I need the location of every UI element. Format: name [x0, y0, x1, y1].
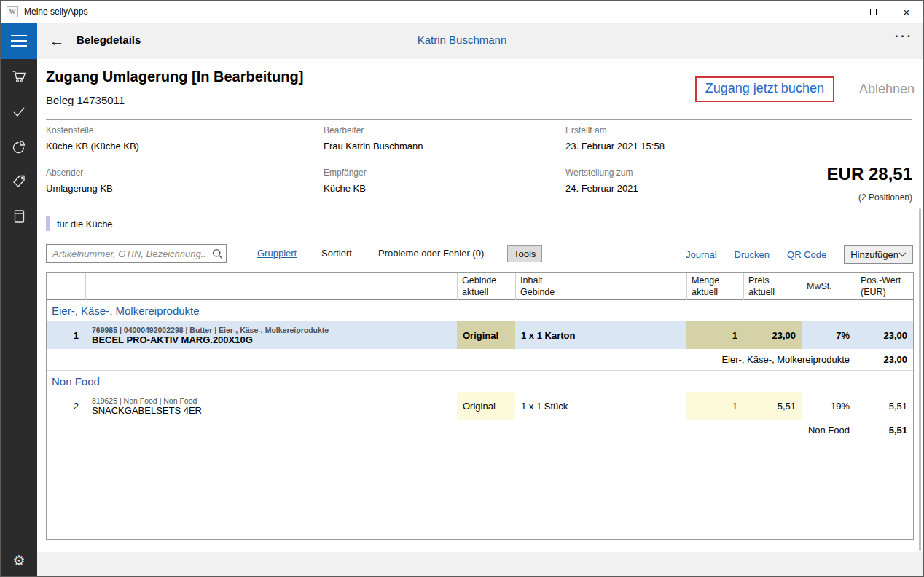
print-link[interactable]: Drucken — [735, 249, 770, 260]
toolbar-right-actions: Journal Drucken QR Code Hinzufügen — [686, 244, 913, 264]
preis-cell[interactable]: 5,51 — [743, 392, 802, 420]
positions-toolbar: Gruppiert Sortiert Probleme oder Fehler … — [46, 244, 913, 264]
close-icon: × — [904, 7, 910, 17]
absender-label: Absender — [46, 168, 83, 178]
subtotal-value: 23,00 — [856, 349, 913, 370]
document-note: für die Küche — [46, 216, 113, 231]
tag-icon — [11, 173, 27, 189]
divider — [46, 160, 912, 160]
document-position-count: (2 Positionen) — [858, 192, 912, 203]
add-button-label: Hinzufügen — [850, 249, 898, 260]
app-window: W Meine sellyApps × ← Belegdetails Katri… — [0, 0, 924, 577]
sidebar-item-pricing[interactable] — [1, 164, 37, 199]
window-title: Meine sellyApps — [24, 7, 87, 17]
article-name: BECEL PRO-AKTIV MARG.200X10G — [92, 334, 253, 345]
table-header-row: Gebinde aktuell Inhalt Gebinde Menge akt… — [47, 273, 913, 300]
bearbeiter-value: Frau Katrin Buschmann — [324, 141, 423, 152]
grouped-toggle[interactable]: Gruppiert — [257, 248, 297, 259]
poswert-cell: 23,00 — [856, 321, 913, 349]
search-box — [46, 244, 227, 263]
menge-cell[interactable]: 1 — [686, 321, 743, 349]
group-subtotal-row: Non Food 5,51 — [47, 420, 913, 441]
gebinde-cell[interactable]: Original — [457, 392, 515, 420]
kostenstelle-value: Küche KB (Küche KB) — [46, 141, 139, 152]
document-actions: Zugang jetzt buchen Ablehnen — [695, 76, 915, 102]
check-icon — [11, 103, 27, 119]
settings-button[interactable]: ⚙ — [1, 546, 37, 575]
header-rownum — [47, 273, 85, 300]
cart-icon — [11, 68, 27, 85]
main-content: Zugang Umlagerung [In Bearbeitung] Beleg… — [37, 59, 923, 576]
menge-cell[interactable]: 1 — [686, 392, 743, 420]
poswert-cell: 5,51 — [856, 392, 913, 420]
search-icon[interactable] — [208, 248, 226, 259]
mwst-cell: 19% — [802, 392, 856, 420]
header-preis[interactable]: Preis aktuell — [743, 273, 802, 300]
bottom-command-strip — [37, 552, 923, 576]
sidebar-item-reports[interactable] — [1, 129, 37, 164]
group-subtotal-row: Eier-, Käse-, Molkereiprodukte 23,00 — [47, 349, 913, 371]
wertstellung-label: Wertstellung zum — [565, 168, 633, 178]
erstellt-am-label: Erstellt am — [565, 125, 607, 136]
divider — [46, 119, 912, 120]
maximize-icon — [870, 9, 877, 15]
tools-button[interactable]: Tools — [507, 245, 542, 262]
preis-cell[interactable]: 23,00 — [743, 321, 802, 349]
sorted-toggle[interactable]: Sortiert — [321, 248, 352, 259]
sidebar-nav: ⚙ — [1, 59, 37, 576]
add-dropdown-button[interactable]: Hinzufügen — [844, 245, 913, 264]
document-total: EUR 28,51 — [827, 164, 912, 184]
document-title: Zugang Umlagerung [In Bearbeitung] — [46, 68, 303, 85]
sidebar-item-catalog[interactable] — [1, 199, 37, 234]
sidebar-item-cart[interactable] — [1, 59, 37, 94]
current-user-link[interactable]: Katrin Buschmann — [418, 34, 507, 46]
qr-code-link[interactable]: QR Code — [787, 249, 826, 260]
header-mwst[interactable]: MwSt. — [802, 273, 856, 300]
table-row[interactable]: 1 769985 | 04000492002298 | Butter | Eie… — [47, 321, 913, 349]
gebinde-cell[interactable]: Original — [457, 321, 515, 349]
header-poswert[interactable]: Pos.-Wert (EUR) — [856, 273, 913, 300]
absender-value: Umlagerung KB — [46, 183, 113, 194]
table-row[interactable]: 2 819625 | Non Food | Non Food SNACKGABE… — [47, 392, 913, 420]
gear-icon: ⚙ — [12, 552, 25, 569]
journal-link[interactable]: Journal — [686, 249, 717, 260]
maximize-button[interactable] — [856, 1, 890, 23]
subtotal-value: 5,51 — [856, 420, 913, 441]
reject-button[interactable]: Ablehnen — [859, 82, 915, 97]
vertical-scrollbar[interactable] — [919, 208, 921, 551]
subtotal-label: Non Food — [47, 420, 856, 441]
minimize-button[interactable] — [823, 1, 856, 23]
inhalt-cell: 1 x 1 Stück — [515, 392, 686, 420]
problems-toggle[interactable]: Probleme oder Fehler (0) — [378, 248, 484, 259]
appbar: ← Belegdetails Katrin Buschmann ··· — [1, 23, 923, 59]
document-number: Beleg 14735011 — [46, 94, 125, 106]
inhalt-cell: 1 x 1 Karton — [515, 321, 686, 349]
book-icon — [11, 208, 27, 224]
search-input[interactable] — [47, 248, 208, 259]
subtotal-label: Eier-, Käse-, Molkereiprodukte — [47, 349, 856, 370]
row-number: 2 — [47, 392, 85, 420]
wertstellung-value: 24. Februar 2021 — [565, 183, 638, 194]
book-now-button[interactable]: Zugang jetzt buchen — [695, 76, 834, 102]
window-controls: × — [823, 1, 923, 23]
empfaenger-label: Empfänger — [324, 168, 367, 178]
mwst-cell: 7% — [802, 321, 856, 349]
close-button[interactable]: × — [890, 1, 923, 23]
group-header: Non Food — [47, 371, 913, 392]
header-description — [85, 273, 457, 300]
header-inhalt[interactable]: Inhalt Gebinde — [515, 273, 686, 300]
header-menge[interactable]: Menge aktuell — [686, 273, 743, 300]
positions-table: Gebinde aktuell Inhalt Gebinde Menge akt… — [46, 272, 914, 540]
more-options-button[interactable]: ··· — [895, 30, 913, 43]
article-description: 819625 | Non Food | Non Food SNACKGABELS… — [85, 392, 457, 420]
app-logo-icon: W — [7, 6, 18, 17]
article-meta: 769985 | 04000492002298 | Butter | Eier-… — [92, 326, 329, 334]
header-gebinde[interactable]: Gebinde aktuell — [457, 273, 515, 300]
minimize-icon — [836, 12, 843, 12]
note-text: für die Küche — [57, 219, 113, 229]
sidebar-item-approvals[interactable] — [1, 94, 37, 129]
article-meta: 819625 | Non Food | Non Food — [92, 396, 197, 405]
kostenstelle-label: Kostenstelle — [46, 125, 93, 136]
bearbeiter-label: Bearbeiter — [324, 125, 364, 136]
empfaenger-value: Küche KB — [324, 183, 366, 194]
